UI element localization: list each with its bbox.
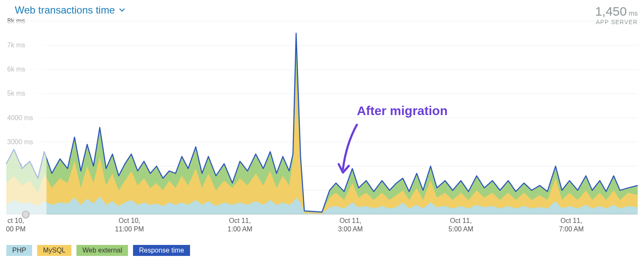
svg-text:7k ms: 7k ms [7, 41, 25, 49]
chevron-down-icon [119, 7, 125, 13]
stat-unit: ms [629, 10, 638, 17]
svg-text:3000 ms: 3000 ms [7, 138, 33, 146]
x-axis-labels: ct 10,00 PMOct 10,11:00 PMOct 11,1:00 AM… [6, 217, 638, 238]
chart-plot-area[interactable]: 1000 ms2000 ms3000 ms4000 ms5k ms6k ms7k… [6, 21, 638, 214]
chart-title-text: Web transactions time [15, 4, 115, 16]
legend-php[interactable]: PHP [6, 245, 32, 256]
chart-container: Web transactions time 1,450 ms APP SERVE… [0, 0, 644, 261]
x-tick-label: Oct 11,5:00 AM [448, 217, 473, 234]
chart-legend: PHP MySQL Web external Response time [6, 245, 190, 256]
svg-text:4000 ms: 4000 ms [7, 114, 33, 121]
x-tick-label: Oct 11,1:00 AM [228, 217, 253, 234]
x-tick-label: Oct 10,11:00 PM [115, 217, 144, 234]
stat-value: 1,450 [595, 4, 627, 18]
chart-title-dropdown[interactable]: Web transactions time [6, 4, 125, 16]
legend-web-external[interactable]: Web external [76, 245, 128, 256]
svg-text:6k ms: 6k ms [7, 66, 25, 73]
legend-response-time[interactable]: Response time [133, 245, 190, 256]
legend-mysql[interactable]: MySQL [37, 245, 71, 256]
svg-text:5k ms: 5k ms [7, 90, 25, 97]
x-tick-label: ct 10,00 PM [6, 217, 25, 234]
x-tick-label: Oct 11,7:00 AM [559, 217, 584, 234]
svg-text:8k ms: 8k ms [7, 17, 25, 25]
x-tick-label: Oct 11,3:00 AM [338, 217, 363, 234]
